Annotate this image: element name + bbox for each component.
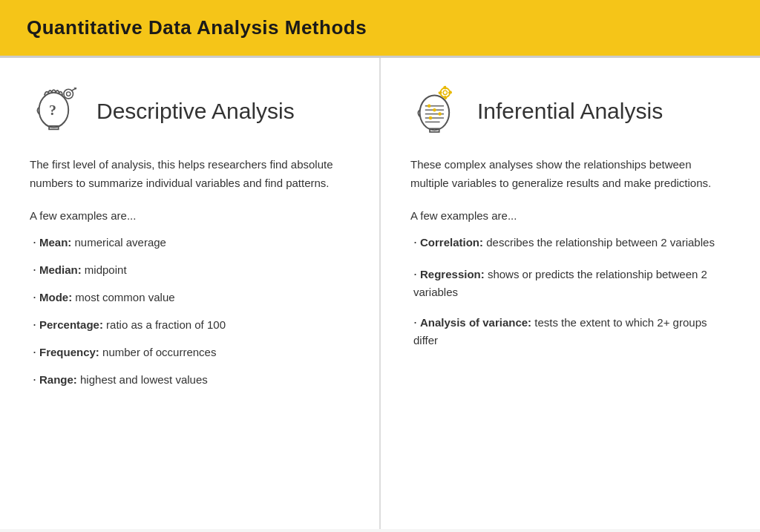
svg-point-27 [429, 116, 433, 120]
svg-point-25 [433, 108, 436, 112]
inferential-panel: Inferential Analysis These complex analy… [381, 58, 760, 529]
svg-point-15 [443, 91, 447, 94]
inferential-panel-header: Inferential Analysis [410, 85, 730, 138]
svg-point-24 [428, 105, 431, 108]
svg-point-26 [438, 112, 442, 116]
descriptive-panel-header: ? Descriptive Analysis [30, 85, 350, 138]
page-header: Quantitative Data Analysis Methods [0, 0, 760, 58]
descriptive-description: The first level of analysis, this helps … [30, 156, 350, 193]
page-title: Quantitative Data Analysis Methods [27, 16, 733, 39]
list-item: ·Regression: shows or predicts the relat… [410, 264, 730, 301]
list-item: ·Frequency: number of occurrences [30, 342, 350, 362]
list-item: ·Mode: most common value [30, 287, 350, 307]
descriptive-icon: ? [30, 85, 83, 138]
svg-point-4 [67, 92, 71, 96]
svg-text:?: ? [49, 102, 56, 118]
descriptive-examples-list: ·Mean: numerical average ·Median: midpoi… [30, 232, 350, 390]
inferential-title: Inferential Analysis [477, 99, 663, 124]
inferential-icon [410, 85, 464, 138]
svg-rect-22 [439, 91, 442, 95]
inferential-examples-list: ·Correlation: describes the relationship… [410, 232, 730, 349]
descriptive-examples-intro: A few examples are... [30, 209, 350, 222]
list-item: ·Range: highest and lowest values [30, 370, 350, 390]
list-item: ·Correlation: describes the relationship… [410, 232, 730, 252]
svg-rect-20 [448, 91, 452, 94]
svg-rect-23 [443, 86, 447, 90]
inferential-examples-intro: A few examples are... [410, 209, 730, 222]
svg-point-14 [441, 88, 451, 98]
content-area: ? Descriptive Analysis The first level o… [0, 58, 760, 529]
list-item: ·Percentage: ratio as a fraction of 100 [30, 315, 350, 335]
svg-point-3 [64, 89, 73, 99]
list-item: ·Mean: numerical average [30, 232, 350, 252]
list-item: ·Median: midpoint [30, 260, 350, 280]
inferential-description: These complex analyses show the relation… [410, 156, 730, 193]
svg-point-7 [420, 95, 450, 130]
list-item: ·Analysis of variance: tests the extent … [410, 312, 730, 349]
descriptive-title: Descriptive Analysis [96, 99, 295, 124]
descriptive-panel: ? Descriptive Analysis The first level o… [0, 58, 381, 529]
